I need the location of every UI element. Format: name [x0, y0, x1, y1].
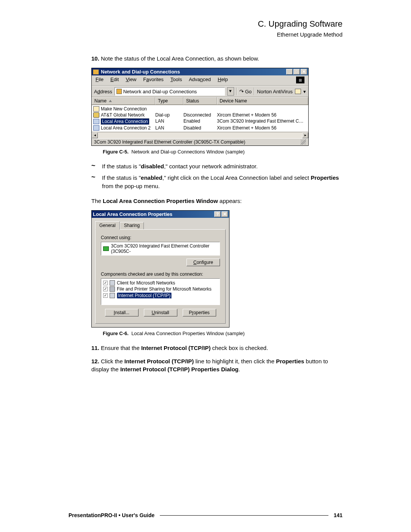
address-label: Address: [94, 89, 112, 94]
resize-grip-icon[interactable]: [301, 139, 306, 145]
toolbar: Address Network and Dial-up Connections …: [92, 86, 308, 97]
titlebar[interactable]: Network and Dial-up Connections _ □ ✕: [92, 68, 308, 75]
folder-icon: [93, 69, 99, 75]
col-status[interactable]: Status: [183, 97, 217, 105]
menu-file[interactable]: File: [96, 77, 104, 83]
components-label: Components checked are used by this conn…: [101, 272, 220, 277]
page-title: C. Upgrading Software: [91, 19, 342, 29]
go-button[interactable]: ↷ Go: [239, 88, 252, 94]
menubar: File Edit View Favorites Tools Advanced …: [92, 75, 308, 86]
connection-list: Make New Connection AT&T Global Network …: [92, 105, 308, 132]
menu-advanced[interactable]: Advanced: [189, 77, 211, 83]
page-subtitle: Ethernet Upgrade Method: [91, 31, 342, 38]
client-icon: [110, 280, 115, 286]
list-item[interactable]: Make New Connection: [92, 106, 308, 112]
titlebar[interactable]: Local Area Connection Properties ? ✕: [92, 211, 229, 218]
help-button[interactable]: ?: [214, 211, 221, 217]
dialup-icon: [93, 112, 99, 118]
column-headers: Name Type Status Device Name: [92, 97, 308, 105]
col-device[interactable]: Device Name: [217, 97, 308, 105]
window-title: Network and Dial-up Connections: [101, 69, 285, 75]
list-item[interactable]: AT&T Global Network Dial-up Disconnected…: [92, 112, 308, 118]
scroll-track[interactable]: [98, 133, 302, 138]
install-button[interactable]: Install...: [105, 309, 139, 316]
list-item[interactable]: ✓ Internet Protocol (TCP/IP): [103, 292, 218, 299]
address-value: Network and Dial-up Connections: [123, 89, 197, 94]
go-label: Go: [245, 89, 252, 94]
norton-label: Norton AntiVirus: [257, 89, 293, 94]
menu-favorites[interactable]: Favorites: [143, 77, 163, 83]
scroll-right-button[interactable]: ▸: [302, 133, 308, 138]
maximize-button[interactable]: □: [293, 69, 300, 75]
nic-icon: [103, 246, 109, 251]
tilde-bullet-icon: ~: [91, 162, 102, 171]
close-button[interactable]: ✕: [301, 69, 307, 75]
menu-help[interactable]: Help: [218, 77, 228, 83]
scroll-left-button[interactable]: ◂: [92, 133, 98, 138]
list-item[interactable]: ✓ Client for Microsoft Networks: [103, 280, 218, 286]
components-list: ✓ Client for Microsoft Networks ✓ File a…: [101, 278, 220, 305]
adapter-name: 3Com 3C920 Integrated Fast Ethernet Cont…: [111, 243, 218, 254]
menu-view[interactable]: View: [126, 77, 136, 83]
lan-icon: [93, 125, 99, 131]
step-11: 11. Ensure that the Internet Protocol (T…: [91, 344, 342, 352]
bullet-item: ~ If the status is "disabled," contact y…: [91, 162, 342, 171]
norton-icon[interactable]: [295, 89, 301, 94]
menu-tools[interactable]: Tools: [170, 77, 182, 83]
printer-share-icon: [110, 286, 115, 292]
close-button[interactable]: ✕: [221, 211, 228, 217]
step-12: 12. Click the Internet Protocol (TCP/IP)…: [91, 357, 342, 373]
chevron-down-icon[interactable]: ▾: [303, 89, 306, 94]
status-text: 3Com 3C920 Integrated Fast Ethernet Cont…: [94, 139, 301, 145]
lan-icon: [93, 119, 99, 124]
windows-flag-icon[interactable]: ⊞: [296, 77, 304, 83]
tab-panel: Connect using: 3Com 3C920 Integrated Fas…: [95, 229, 226, 324]
minimize-button[interactable]: _: [286, 69, 293, 75]
paragraph: The Local Area Connection Properties Win…: [91, 197, 342, 205]
folder-icon: [116, 89, 122, 94]
tabbar: General Sharing: [92, 218, 229, 229]
col-name[interactable]: Name: [92, 97, 155, 105]
step-num: 10.: [91, 55, 99, 62]
uninstall-button[interactable]: Uninstall: [144, 309, 177, 316]
configure-button[interactable]: Configure: [186, 259, 220, 266]
checkbox[interactable]: ✓: [103, 293, 108, 298]
connect-using-label: Connect using:: [101, 235, 220, 240]
list-item[interactable]: Local Area Connection LAN Enabled 3Com 3…: [92, 118, 308, 125]
figure-caption-c5: Figure C-5. Network and Dial-up Connecti…: [103, 149, 342, 155]
go-arrow-icon: ↷: [239, 88, 244, 94]
sort-asc-icon: [109, 100, 112, 102]
properties-button[interactable]: Properties: [183, 309, 216, 316]
menu-edit[interactable]: Edit: [110, 77, 119, 83]
col-type[interactable]: Type: [155, 97, 183, 105]
statusbar: 3Com 3C920 Integrated Fast Ethernet Cont…: [92, 138, 308, 145]
horizontal-scrollbar[interactable]: ◂ ▸: [92, 132, 308, 138]
step-text: Note the status of the Local Area Connec…: [101, 55, 259, 62]
network-connections-window: Network and Dial-up Connections _ □ ✕ Fi…: [91, 68, 309, 146]
address-input[interactable]: Network and Dial-up Connections: [115, 87, 225, 96]
checkbox[interactable]: ✓: [103, 287, 108, 291]
new-connection-icon: [93, 106, 99, 112]
list-item[interactable]: Local Area Connection 2 LAN Disabled Xir…: [92, 125, 308, 131]
window-title: Local Area Connection Properties: [93, 211, 213, 217]
tab-general[interactable]: General: [95, 221, 120, 230]
figure-caption-c6: Figure C-6. Local Area Connection Proper…: [103, 331, 342, 336]
step-10: 10. Note the status of the Local Area Co…: [91, 54, 342, 62]
address-dropdown-button[interactable]: ▾: [227, 87, 234, 96]
list-item[interactable]: ✓ File and Printer Sharing for Microsoft…: [103, 286, 218, 292]
checkbox[interactable]: ✓: [103, 281, 108, 285]
bullet-item: ~ If the status is "enabled," right clic…: [91, 174, 342, 190]
protocol-icon: [110, 293, 115, 298]
tilde-bullet-icon: ~: [91, 174, 102, 190]
lan-properties-window: Local Area Connection Properties ? ✕ Gen…: [91, 210, 229, 328]
adapter-field[interactable]: 3Com 3C920 Integrated Fast Ethernet Cont…: [101, 242, 220, 256]
